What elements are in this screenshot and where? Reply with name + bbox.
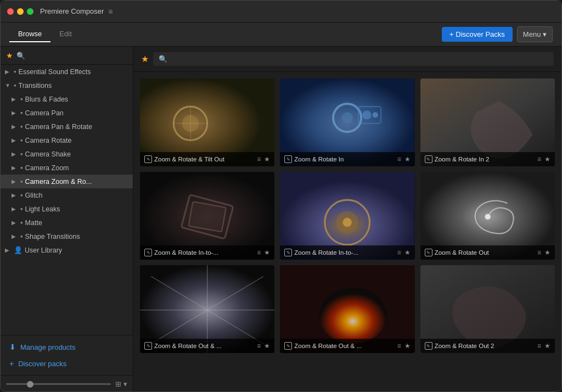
manage-products-link[interactable]: ⬇ Manage products [1,339,133,355]
sidebar-label-glitch: Glitch [25,192,128,199]
grid-item[interactable]: ✎ Zoom & Rotate In-to-... ≡ ★ [140,172,274,260]
sidebar-tree: ▶ ▪ Essential Sound Effects ▼ ▪ Transiti… [1,65,133,335]
close-button[interactable] [7,8,14,15]
star-icon[interactable]: ★ [404,155,411,163]
grid-footer-icons: ≡ ★ [537,342,550,350]
svg-point-18 [343,218,352,227]
chevron-right-icon: ▶ [12,137,18,143]
sidebar-item-matte[interactable]: ▶ ▪ Matte [1,216,133,229]
folder-icon: ▪ [20,232,23,240]
grid-item-title: Zoom & Rotate In [294,156,344,163]
sidebar-label-light-leaks: Light Leaks [25,205,128,213]
grid-footer-icons: ≡ ★ [397,155,411,163]
options-icon[interactable]: ≡ [397,342,401,350]
content-star-icon[interactable]: ★ [141,54,149,64]
grid-item[interactable]: ✎ Zoom & Rotate Out 2 ≡ ★ [420,265,555,353]
menu-button[interactable]: Menu ▾ [517,26,553,42]
options-icon[interactable]: ≡ [257,342,261,350]
minimize-button[interactable] [17,8,24,15]
sidebar-label-camera-zoom-ro: Camera Zoom & Ro... [25,178,128,186]
sidebar-item-camera-zoom-ro[interactable]: ▶ ▪ Camera Zoom & Ro... [1,175,133,188]
edit-icon: ✎ [284,249,292,256]
grid-footer-left: ✎ Zoom & Rotate In-to-... [284,249,358,256]
sidebar-label-blurs-fades: Blurs & Fades [25,96,128,103]
sidebar-star-icon[interactable]: ★ [6,51,13,60]
grid-item[interactable]: ✎ Zoom & Rotate In-to-... ≡ ★ [280,172,414,260]
star-icon[interactable]: ★ [404,249,411,256]
svg-point-7 [342,112,353,123]
grid-item-title: Zoom & Rotate Out & ... [294,343,362,349]
grid-item[interactable]: ✎ Zoom & Rotate In 2 ≡ ★ [420,79,555,166]
edit-icon: ✎ [144,342,152,350]
sidebar-item-camera-rotate[interactable]: ▶ ▪ Camera Rotate [1,133,133,147]
sidebar-label-user-library: User Library [25,247,128,254]
edit-icon: ✎ [284,342,292,350]
view-toggle[interactable]: ⊞ ▾ [115,380,127,388]
chevron-right-icon: ▶ [12,124,18,130]
content-search-bar: ★ 🔍 [133,47,561,72]
star-icon[interactable]: ★ [264,342,270,350]
traffic-lights [7,8,33,15]
star-icon[interactable]: ★ [544,249,550,256]
folder-icon: ▪ [20,95,23,103]
folder-icon: ▪ [20,109,23,117]
sidebar-item-transitions[interactable]: ▼ ▪ Transitions [1,79,133,92]
discover-packs-button[interactable]: + Discover Packs [442,27,513,42]
grid-item-footer: ✎ Zoom & Rotate Out & ... ≡ ★ [280,339,414,353]
sidebar: ★ 🔍 ▶ ▪ Essential Sound Effects ▼ ▪ Tran… [1,47,133,392]
grid-footer-left: ✎ Zoom & Rotate Out & ... [144,342,222,350]
maximize-button[interactable] [27,8,33,15]
options-icon[interactable]: ≡ [257,155,261,163]
grid-footer-left: ✎ Zoom & Rotate Out 2 [425,342,494,350]
options-icon[interactable]: ≡ [397,155,401,163]
options-icon[interactable]: ≡ [257,249,261,256]
star-icon[interactable]: ★ [264,249,270,256]
sidebar-item-user-library[interactable]: ▶ 👤 User Library [1,243,133,257]
view-toggle-chevron: ▾ [123,380,127,388]
content-search-input[interactable] [171,55,548,63]
topbar: Browse Edit + Discover Packs Menu ▾ [1,23,561,47]
zoom-slider-thumb[interactable] [27,381,33,388]
options-icon[interactable]: ≡ [397,249,401,256]
edit-icon: ✎ [144,249,152,256]
grid-item[interactable]: ✎ Zoom & Rotate & Tilt Out ≡ ★ [140,79,274,166]
grid-item[interactable]: ✎ Zoom & Rotate Out ≡ ★ [420,172,555,260]
grid-item[interactable]: ✎ Zoom & Rotate Out & ... ≡ ★ [280,265,414,353]
grid-item-footer: ✎ Zoom & Rotate In-to-... ≡ ★ [280,245,414,260]
grid-item-title: Zoom & Rotate In-to-... [294,249,358,256]
sidebar-search-input[interactable] [29,52,127,59]
options-icon[interactable]: ≡ [537,249,541,256]
grid-footer-left: ✎ Zoom & Rotate Out & ... [284,342,362,350]
star-icon[interactable]: ★ [264,155,270,163]
zoom-slider-track[interactable] [6,383,111,385]
titlebar-menu-icon[interactable]: ≡ [108,7,113,16]
sidebar-item-camera-zoom[interactable]: ▶ ▪ Camera Zoom [1,161,133,175]
sidebar-item-shape-transitions[interactable]: ▶ ▪ Shape Transitions [1,229,133,243]
sidebar-item-camera-pan[interactable]: ▶ ▪ Camera Pan [1,106,133,120]
user-library-icon: 👤 [14,246,23,254]
tab-edit[interactable]: Edit [50,26,80,42]
grid-item[interactable]: ✎ Zoom & Rotate Out & ... ≡ ★ [140,265,274,353]
grid-item-footer: ✎ Zoom & Rotate Out & ... ≡ ★ [140,339,274,353]
grid-item-title: Zoom & Rotate In-to-... [154,249,218,256]
options-icon[interactable]: ≡ [537,155,541,163]
sidebar-item-camera-pan-rotate[interactable]: ▶ ▪ Camera Pan & Rotate [1,120,133,133]
topbar-actions: + Discover Packs Menu ▾ [442,26,553,42]
discover-packs-link[interactable]: + Discover packs [1,355,133,372]
grid-footer-left: ✎ Zoom & Rotate In 2 [425,155,490,163]
app-title: Premiere Composer ≡ [40,7,113,16]
star-icon[interactable]: ★ [544,155,550,163]
sidebar-item-blurs-fades[interactable]: ▶ ▪ Blurs & Fades [1,92,133,106]
edit-icon: ✎ [425,342,432,350]
sidebar-item-camera-shake[interactable]: ▶ ▪ Camera Shake [1,147,133,161]
sidebar-footer: ⊞ ▾ [1,375,133,392]
star-icon[interactable]: ★ [404,342,411,350]
sidebar-item-glitch[interactable]: ▶ ▪ Glitch [1,188,133,202]
options-icon[interactable]: ≡ [537,342,541,350]
tab-browse[interactable]: Browse [9,26,50,42]
folder-icon: ▪ [20,191,23,199]
sidebar-item-light-leaks[interactable]: ▶ ▪ Light Leaks [1,202,133,216]
star-icon[interactable]: ★ [544,342,550,350]
sidebar-item-essential-sound[interactable]: ▶ ▪ Essential Sound Effects [1,65,133,79]
grid-item[interactable]: ✎ Zoom & Rotate In ≡ ★ [280,79,414,166]
